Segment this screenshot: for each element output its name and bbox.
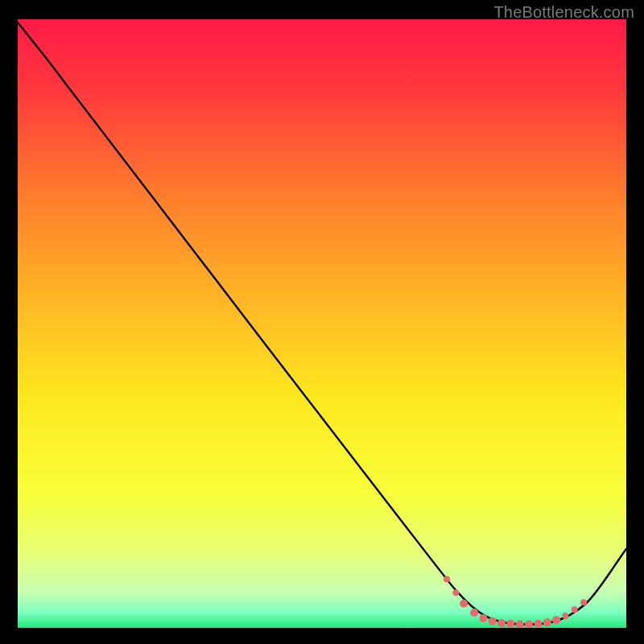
marker-dot [506,620,514,628]
gradient-background [18,19,626,628]
marker-dot [543,618,551,626]
marker-dot [460,600,468,608]
marker-dot [470,609,478,617]
marker-dot [452,589,459,596]
plot-area [18,19,626,628]
marker-dot [516,620,524,628]
marker-dot [497,619,506,627]
bottleneck-chart [18,19,626,628]
chart-container: TheBottleneck.com [0,0,644,644]
marker-dot [572,606,578,613]
marker-dot [489,617,497,625]
marker-dot [552,616,560,624]
marker-dot [580,599,587,605]
marker-dot [562,613,568,619]
marker-dot [525,620,533,628]
marker-dot [534,620,542,628]
marker-dot [444,576,450,583]
marker-dot [479,614,487,622]
